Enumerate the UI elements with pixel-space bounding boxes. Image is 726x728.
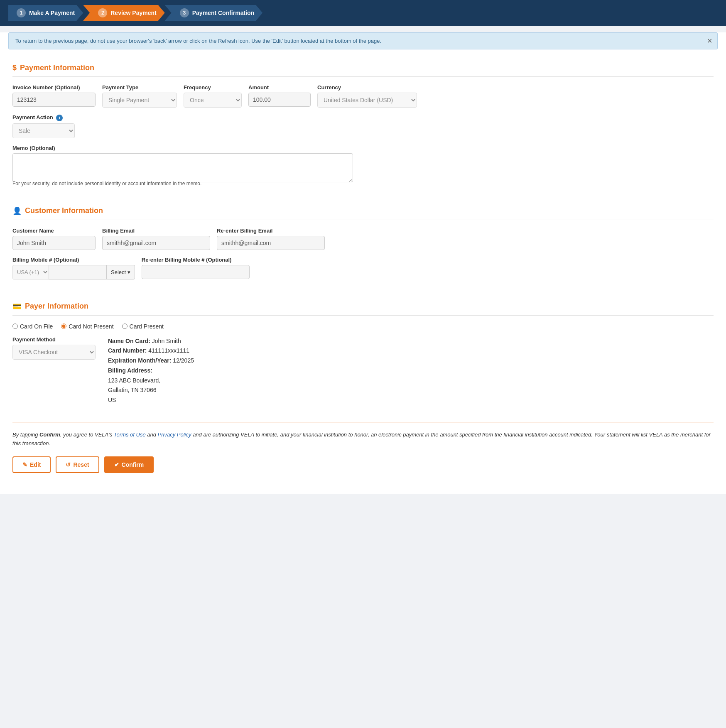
payment-information-title: $ Payment Information bbox=[12, 56, 714, 77]
payer-information-title: 💳 Payer Information bbox=[12, 294, 714, 316]
agreement-text: By tapping Confirm, you agree to VELA's … bbox=[12, 431, 714, 448]
invoice-number-group: Invoice Number (Optional) bbox=[12, 84, 96, 108]
re-billing-mobile-label: Re-enter Billing Mobile # (Optional) bbox=[142, 257, 250, 263]
payment-method-label: Payment Method bbox=[12, 336, 96, 343]
payer-information-section: 💳 Payer Information Card On File Card No… bbox=[0, 294, 726, 414]
step-2-label: Review Payment bbox=[110, 10, 157, 16]
step-1-number: 1 bbox=[17, 8, 26, 17]
customer-row-2: Billing Mobile # (Optional) USA (+1) Sel… bbox=[12, 257, 714, 279]
mobile-input[interactable] bbox=[49, 265, 107, 279]
privacy-policy-link[interactable]: Privacy Policy bbox=[158, 431, 191, 438]
invoice-number-input[interactable] bbox=[12, 93, 96, 107]
payment-row-1: Invoice Number (Optional) Payment Type S… bbox=[12, 84, 714, 108]
amount-label: Amount bbox=[248, 84, 311, 91]
customer-name-label: Customer Name bbox=[12, 228, 96, 234]
frequency-select[interactable]: Once bbox=[184, 93, 242, 108]
billing-email-group: Billing Email bbox=[102, 228, 210, 250]
radio-card-not-present[interactable]: Card Not Present bbox=[61, 323, 113, 330]
amount-group: Amount bbox=[248, 84, 311, 108]
re-billing-mobile-group: Re-enter Billing Mobile # (Optional) bbox=[142, 257, 250, 279]
step-2[interactable]: 2 Review Payment bbox=[83, 5, 165, 21]
payment-type-group: Payment Type Single Payment bbox=[102, 84, 177, 108]
select-button[interactable]: Select ▾ bbox=[107, 265, 135, 279]
memo-hint: For your security, do not include person… bbox=[12, 181, 714, 186]
billing-email-label: Billing Email bbox=[102, 228, 210, 234]
re-billing-email-input[interactable] bbox=[217, 236, 325, 250]
step-1[interactable]: 1 Make A Payment bbox=[8, 5, 83, 21]
payment-row-2: Payment Action i Sale bbox=[12, 114, 714, 138]
confirm-word: Confirm bbox=[39, 431, 60, 438]
billing-mobile-label: Billing Mobile # (Optional) bbox=[12, 257, 135, 263]
header: 1 Make A Payment 2 Review Payment 3 Paym… bbox=[0, 0, 726, 26]
reset-button[interactable]: ↺ Reset bbox=[56, 456, 99, 473]
footer-section: By tapping Confirm, you agree to VELA's … bbox=[0, 422, 726, 494]
radio-card-on-file[interactable]: Card On File bbox=[12, 323, 53, 330]
step-2-number: 2 bbox=[98, 8, 107, 17]
confirm-button[interactable]: ✔ Confirm bbox=[104, 456, 154, 473]
radio-card-on-file-input[interactable] bbox=[12, 324, 18, 329]
billing-address-line2: 123 ABC Boulevard, bbox=[108, 376, 194, 386]
step-1-label: Make A Payment bbox=[29, 10, 75, 16]
reset-icon: ↺ bbox=[66, 461, 71, 468]
billing-email-input[interactable] bbox=[102, 236, 210, 250]
payment-type-label: Payment Type bbox=[102, 84, 177, 91]
checkmark-icon: ✔ bbox=[114, 461, 119, 468]
edit-button[interactable]: ✎ Edit bbox=[12, 456, 51, 473]
name-on-card: Name On Card: John Smith bbox=[108, 336, 194, 346]
frequency-label: Frequency bbox=[184, 84, 242, 91]
phone-input-group: USA (+1) Select ▾ bbox=[12, 265, 135, 279]
customer-information-title: 👤 Customer Information bbox=[12, 199, 714, 220]
customer-information-section: 👤 Customer Information Customer Name Bil… bbox=[0, 199, 726, 294]
customer-name-input[interactable] bbox=[12, 236, 96, 250]
step-3[interactable]: 3 Payment Confirmation bbox=[165, 5, 262, 21]
currency-group: Currency United States Dollar (USD) bbox=[317, 84, 417, 108]
step-3-number: 3 bbox=[180, 8, 189, 17]
payment-method-group: Payment Method VISA Checkout bbox=[12, 336, 96, 360]
memo-label: Memo (Optional) bbox=[12, 145, 714, 151]
person-icon: 👤 bbox=[12, 206, 22, 216]
frequency-group: Frequency Once bbox=[184, 84, 242, 108]
card-details: Name On Card: John Smith Card Number: 41… bbox=[108, 336, 194, 406]
re-mobile-input[interactable] bbox=[142, 265, 250, 279]
radio-card-present[interactable]: Card Present bbox=[122, 323, 164, 330]
alert-banner: To return to the previous page, do not u… bbox=[8, 32, 718, 49]
billing-address-line1: Billing Address: bbox=[108, 366, 194, 376]
edit-icon: ✎ bbox=[22, 461, 27, 468]
country-code-select[interactable]: USA (+1) bbox=[12, 265, 49, 279]
dollar-icon: $ bbox=[12, 64, 17, 72]
payment-method-select[interactable]: VISA Checkout bbox=[12, 345, 96, 360]
radio-card-present-input[interactable] bbox=[122, 324, 128, 329]
payment-type-select[interactable]: Single Payment bbox=[102, 93, 177, 108]
billing-address-line3: Gallatin, TN 37066 bbox=[108, 385, 194, 395]
memo-group: Memo (Optional) bbox=[12, 145, 714, 182]
card-number: Card Number: 411111xxx1111 bbox=[108, 346, 194, 356]
customer-name-group: Customer Name bbox=[12, 228, 96, 250]
info-icon[interactable]: i bbox=[56, 115, 63, 121]
stepper: 1 Make A Payment 2 Review Payment 3 Paym… bbox=[8, 5, 718, 21]
expiration: Expiration Month/Year: 12/2025 bbox=[108, 356, 194, 366]
payment-action-select[interactable]: Sale bbox=[12, 123, 75, 138]
currency-select[interactable]: United States Dollar (USD) bbox=[317, 93, 417, 108]
billing-address-line4: US bbox=[108, 395, 194, 405]
close-icon[interactable]: ✕ bbox=[707, 37, 712, 45]
radio-card-not-present-input[interactable] bbox=[61, 324, 66, 329]
step-3-label: Payment Confirmation bbox=[192, 10, 254, 16]
re-billing-email-group: Re-enter Billing Email bbox=[217, 228, 325, 250]
card-icon: 💳 bbox=[12, 302, 22, 311]
billing-mobile-group: Billing Mobile # (Optional) USA (+1) Sel… bbox=[12, 257, 135, 279]
payer-type-radio-group: Card On File Card Not Present Card Prese… bbox=[12, 323, 714, 330]
invoice-number-label: Invoice Number (Optional) bbox=[12, 84, 96, 91]
main-content: To return to the previous page, do not u… bbox=[0, 32, 726, 494]
re-billing-email-label: Re-enter Billing Email bbox=[217, 228, 325, 234]
payer-details-row: Payment Method VISA Checkout Name On Car… bbox=[12, 336, 714, 406]
amount-input[interactable] bbox=[248, 93, 311, 107]
customer-row-1: Customer Name Billing Email Re-enter Bil… bbox=[12, 228, 714, 250]
memo-textarea[interactable] bbox=[12, 153, 353, 182]
alert-message: To return to the previous page, do not u… bbox=[15, 38, 381, 44]
terms-of-use-link[interactable]: Terms of Use bbox=[114, 431, 146, 438]
payment-action-label: Payment Action i bbox=[12, 114, 75, 121]
section-divider bbox=[12, 422, 714, 422]
currency-label: Currency bbox=[317, 84, 417, 91]
payment-information-section: $ Payment Information Invoice Number (Op… bbox=[0, 56, 726, 199]
action-buttons: ✎ Edit ↺ Reset ✔ Confirm bbox=[12, 456, 714, 485]
